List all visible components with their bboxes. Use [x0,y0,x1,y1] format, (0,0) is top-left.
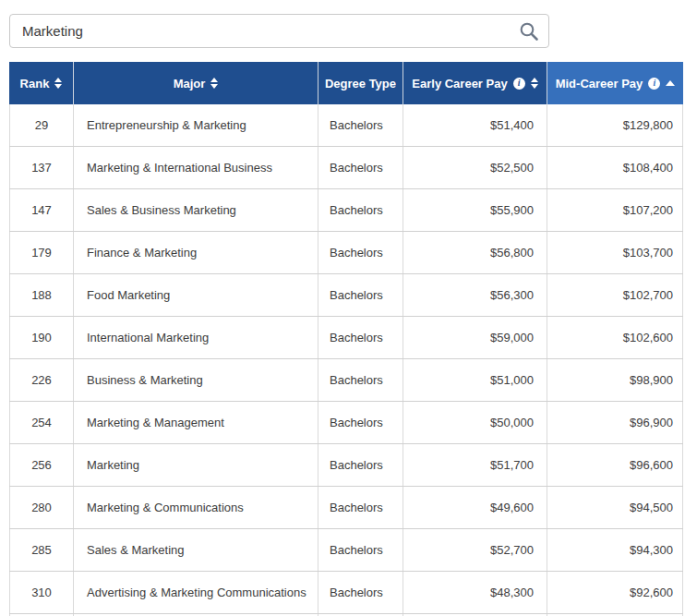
table-row[interactable]: 280Marketing & CommunicationsBachelors$4… [9,487,683,529]
cell-major-text: Marketing [87,458,139,472]
table-row[interactable]: 285Sales & MarketingBachelors$52,700$94,… [9,529,683,572]
column-header-early[interactable]: Early Career Payi [403,62,547,104]
cell-degree-text: Bachelors [330,331,383,344]
cell-degree-text: Bachelors [330,246,383,260]
column-header-label: Rank [20,77,50,91]
cell-rank: 188 [9,274,74,316]
sort-both-icon [54,78,62,89]
sort-up-triangle [210,78,218,82]
cell-mid: $96,900 [547,402,683,443]
cell-early-text: $51,000 [490,373,534,387]
cell-early: $59,000 [403,317,547,358]
table-row[interactable]: 29Entrepreneurship & MarketingBachelors$… [9,104,683,147]
cell-rank-text: 147 [31,203,52,217]
cell-early: $56,800 [403,232,547,273]
cell-degree: Bachelors [318,232,403,273]
cell-early-text: $51,700 [490,458,534,472]
cell-degree-text: Bachelors [330,161,383,175]
cell-major: International Marketing [74,317,318,358]
cell-rank: 226 [9,359,74,401]
table-row[interactable]: 310Advertising & Marketing Communication… [9,572,683,614]
sort-down-triangle [531,84,538,89]
info-icon[interactable]: i [513,78,525,90]
table-row[interactable]: 137Marketing & International BusinessBac… [9,147,683,189]
cell-rank-text: 190 [31,331,52,344]
cell-major: Entrepreneurship & Marketing [74,104,318,146]
majors-salary-table: RankMajorDegree TypeEarly Career PayiMid… [9,62,683,616]
cell-rank-text: 188 [31,288,52,302]
cell-rank: 285 [9,529,74,571]
cell-mid-text: $98,900 [630,373,673,387]
cell-early-text: $52,700 [490,543,534,557]
cell-major: Food Marketing [74,274,318,316]
cell-rank: 137 [9,147,74,188]
cell-major-text: Advertising & Marketing Communications [87,586,306,599]
sort-both-icon [531,78,538,89]
column-header-label: Early Career Pay [412,77,507,91]
cell-mid-text: $94,300 [630,543,673,557]
cell-rank: 280 [9,487,74,528]
cell-rank-text: 310 [31,586,52,599]
table-row[interactable]: 190International MarketingBachelors$59,0… [9,317,683,359]
cell-major-text: Entrepreneurship & Marketing [87,118,246,132]
cell-degree-text: Bachelors [330,543,383,557]
sort-down-triangle [210,84,218,89]
cell-degree: Bachelors [318,444,403,486]
search-icon[interactable] [518,20,540,42]
cell-degree: Bachelors [318,572,403,613]
cell-major-text: Sales & Marketing [87,543,185,557]
cell-major-text: Finance & Marketing [87,246,197,260]
cell-mid: $92,600 [547,572,683,613]
cell-mid: $98,900 [547,359,683,401]
cell-degree-text: Bachelors [330,288,383,302]
cell-major: Sales & Marketing [74,529,318,571]
cell-major-text: Food Marketing [87,288,170,302]
cell-major-text: Marketing & International Business [87,161,272,175]
table-row[interactable]: 256MarketingBachelors$51,700$96,600 [9,444,683,487]
cell-mid: $102,600 [547,317,683,358]
info-icon[interactable]: i [648,78,660,90]
cell-rank: 29 [9,104,74,146]
cell-mid-text: $96,900 [630,416,673,429]
column-header-major[interactable]: Major [74,62,318,104]
table-row[interactable]: 226Business & MarketingBachelors$51,000$… [9,359,683,402]
table-header-row: RankMajorDegree TypeEarly Career PayiMid… [9,62,683,104]
sort-up-triangle [54,78,62,82]
cell-rank-text: 254 [31,416,52,429]
table-row[interactable]: 188Food MarketingBachelors$56,300$102,70… [9,274,683,317]
search-input[interactable] [10,15,548,47]
cell-early: $49,600 [403,487,547,528]
column-header-mid[interactable]: Mid-Career Payi [547,62,683,104]
cell-degree-text: Bachelors [330,118,383,132]
table-row[interactable]: 147Sales & Business MarketingBachelors$5… [9,189,683,232]
cell-mid-text: $102,600 [623,331,673,344]
cell-rank-text: 280 [31,501,52,514]
column-header-rank[interactable]: Rank [9,62,74,104]
cell-mid: $103,700 [547,232,683,273]
cell-rank: 179 [9,232,74,273]
cell-mid-text: $107,200 [623,203,673,217]
cell-mid: $94,500 [547,487,683,528]
cell-early-text: $50,000 [490,416,534,429]
cell-early: $52,500 [403,147,547,188]
cell-mid-text: $102,700 [623,288,673,302]
column-header-degree[interactable]: Degree Type [318,62,403,104]
cell-degree-text: Bachelors [330,203,383,217]
cell-major-text: Marketing & Management [87,416,224,429]
table-row[interactable]: 179Finance & MarketingBachelors$56,800$1… [9,232,683,274]
cell-major: Business & Marketing [74,359,318,401]
column-header-label: Mid-Career Pay [556,77,643,91]
cell-degree: Bachelors [318,147,403,188]
cell-rank: 147 [9,189,74,231]
cell-major: Marketing [74,444,318,486]
cell-major-text: Marketing & Communications [87,501,244,514]
cell-early-text: $51,400 [490,118,534,132]
sort-down-triangle [54,84,62,89]
cell-rank: 310 [9,572,74,613]
table-row[interactable]: 254Marketing & ManagementBachelors$50,00… [9,402,683,444]
cell-early-text: $48,300 [490,586,534,599]
cell-mid: $94,300 [547,529,683,571]
cell-degree: Bachelors [318,317,403,358]
column-header-label: Degree Type [325,77,396,91]
cell-major: Marketing & Management [74,402,318,443]
